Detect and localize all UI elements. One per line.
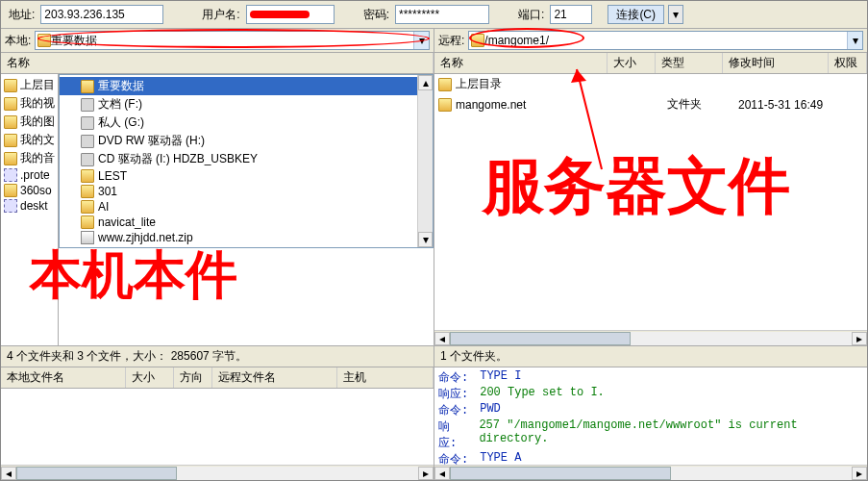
folder-icon (81, 185, 94, 198)
folder-icon (4, 97, 17, 111)
local-path-popup[interactable]: ▴ ▾ 重要数据文档 (F:)私人 (G:)DVD RW 驱动器 (H:)CD … (59, 74, 434, 248)
folder-icon (471, 34, 484, 47)
remote-status: 1 个文件夹。 (434, 345, 867, 367)
drive-icon (81, 153, 94, 166)
list-item[interactable]: 上层目 (1, 76, 58, 94)
dropdown-item[interactable]: 文档 (F:) (60, 95, 433, 114)
dropdown-item[interactable]: navicat_lite (60, 215, 433, 230)
address-label: 地址: (7, 7, 37, 23)
folder-icon (4, 115, 17, 129)
col-size[interactable]: 大小 (126, 367, 174, 388)
queue-hscroll[interactable]: ◂ ▸ (1, 465, 434, 480)
log-line: 命令:TYPE I (438, 369, 863, 386)
dropdown-item[interactable]: 私人 (G:) (60, 114, 433, 132)
main-split: 本地: 重要数据 ▾ 名称 上层目我的视我的图我的文我的音.prote360so… (1, 29, 867, 367)
list-item[interactable]: 我的文 (1, 131, 58, 149)
dropdown-item[interactable]: 重要数据 (60, 77, 433, 95)
col-dir[interactable]: 方向 (174, 367, 212, 388)
username-label: 用户名: (200, 7, 241, 23)
scroll-right-icon[interactable]: ▸ (852, 332, 867, 345)
col-mtime[interactable]: 修改时间 (723, 53, 829, 73)
queue-body[interactable] (1, 389, 434, 465)
local-file-header: 名称 (1, 53, 434, 74)
local-file-area[interactable]: ▴ ▾ 重要数据文档 (F:)私人 (G:)DVD RW 驱动器 (H:)CD … (59, 74, 434, 345)
col-name[interactable]: 名称 (434, 53, 608, 73)
log-pane: 命令:TYPE I响应:200 Type set to I.命令:PWD响应:2… (434, 367, 867, 480)
col-remote-file[interactable]: 远程文件名 (212, 367, 337, 388)
local-path-combo[interactable]: 重要数据 ▾ (35, 31, 430, 50)
scroll-down-icon[interactable]: ▾ (418, 232, 433, 247)
local-pane: 本地: 重要数据 ▾ 名称 上层目我的视我的图我的文我的音.prote360so… (1, 29, 434, 367)
col-type[interactable]: 类型 (656, 53, 723, 73)
log-line: 响应:257 "/mangome1/mangome.net/wwwroot" i… (438, 418, 863, 451)
remote-file-list[interactable]: 上层目录mangome.net文件夹2011-5-31 16:49 (434, 74, 867, 330)
remote-hscroll[interactable]: ◂ ▸ (434, 330, 867, 345)
list-item[interactable]: .prote (1, 167, 58, 183)
col-name[interactable]: 名称 (1, 53, 434, 73)
bottom-split: 本地文件名 大小 方向 远程文件名 主机 ◂ ▸ 命令:TYPE I响应:200… (1, 367, 867, 480)
folder-icon (438, 98, 452, 112)
list-item[interactable]: 我的图 (1, 113, 58, 131)
drive-icon (81, 116, 94, 130)
dropdown-item[interactable]: DVD RW 驱动器 (H:) (60, 132, 433, 150)
log-line: 命令:TYPE A (438, 451, 863, 465)
password-input[interactable] (395, 5, 489, 24)
folder-icon (438, 78, 452, 91)
queue-header: 本地文件名 大小 方向 远程文件名 主机 (1, 367, 434, 389)
port-label: 端口: (516, 7, 546, 23)
folder-icon (4, 152, 17, 165)
transfer-queue-pane: 本地文件名 大小 方向 远程文件名 主机 ◂ ▸ (1, 367, 434, 480)
drive-icon (81, 135, 94, 148)
connect-dropdown[interactable]: ▾ (668, 5, 683, 24)
scroll-right-icon[interactable]: ▸ (418, 467, 434, 480)
list-item[interactable]: 我的音 (1, 149, 58, 167)
scroll-right-icon[interactable]: ▸ (852, 467, 867, 480)
log-line: 命令:PWD (438, 402, 863, 418)
local-status: 4 个文件夹和 3 个文件，大小： 285607 字节。 (1, 345, 434, 367)
folder-icon (37, 34, 51, 47)
scroll-left-icon[interactable]: ◂ (1, 467, 16, 480)
folder-icon (81, 215, 94, 229)
folder-icon (4, 79, 17, 92)
col-local-file[interactable]: 本地文件名 (1, 367, 126, 388)
list-item[interactable]: 我的视 (1, 94, 58, 113)
log-body[interactable]: 命令:TYPE I响应:200 Type set to I.命令:PWD响应:2… (434, 367, 867, 465)
remote-pane: 远程: /mangome1/ ▾ 名称 大小 类型 修改时间 权限 上层目录ma… (434, 29, 867, 367)
dropdown-item[interactable]: CD 驱动器 (I:) HDZB_USBKEY (60, 150, 433, 168)
folder-icon (81, 169, 94, 183)
folder-icon (81, 200, 94, 214)
local-path-label: 本地: (5, 33, 31, 49)
chevron-down-icon: ▾ (673, 8, 679, 21)
local-path-dropdown[interactable]: ▾ (413, 32, 429, 49)
dropdown-item[interactable]: 301 (60, 184, 433, 199)
log-line: 响应:200 Type set to I. (438, 386, 863, 402)
folder-icon (4, 199, 17, 213)
table-row[interactable]: mangome.net文件夹2011-5-31 16:49 (434, 94, 867, 114)
remote-path-combo[interactable]: /mangome1/ ▾ (468, 31, 863, 50)
scroll-left-icon[interactable]: ◂ (434, 332, 450, 345)
list-item[interactable]: deskt (1, 198, 58, 214)
dropdown-item[interactable]: LEST (60, 168, 433, 184)
list-item[interactable]: 360so (1, 183, 58, 198)
address-input[interactable] (40, 5, 163, 24)
connect-button[interactable]: 连接(C) (608, 5, 664, 24)
table-row[interactable]: 上层目录 (434, 74, 867, 94)
scroll-up-icon[interactable]: ▴ (418, 75, 433, 90)
port-input[interactable] (550, 5, 592, 24)
scroll-left-icon[interactable]: ◂ (434, 467, 450, 480)
dropdown-item[interactable]: www.zjhjdd.net.zip (60, 230, 433, 245)
chevron-down-icon: ▾ (419, 34, 425, 47)
password-label: 密码: (361, 7, 391, 23)
col-size[interactable]: 大小 (608, 53, 656, 73)
remote-path-label: 远程: (438, 33, 464, 49)
chevron-down-icon: ▾ (853, 34, 858, 47)
scrollbar[interactable]: ▴ ▾ (417, 75, 433, 247)
col-host[interactable]: 主机 (337, 367, 434, 388)
log-hscroll[interactable]: ◂ ▸ (434, 465, 867, 480)
col-perm[interactable]: 权限 (829, 53, 867, 73)
local-path-text: 重要数据 (51, 33, 413, 49)
folder-icon (4, 168, 17, 182)
remote-path-dropdown[interactable]: ▾ (847, 32, 862, 49)
dropdown-item[interactable]: AI (60, 199, 433, 215)
folder-icon (4, 184, 17, 197)
